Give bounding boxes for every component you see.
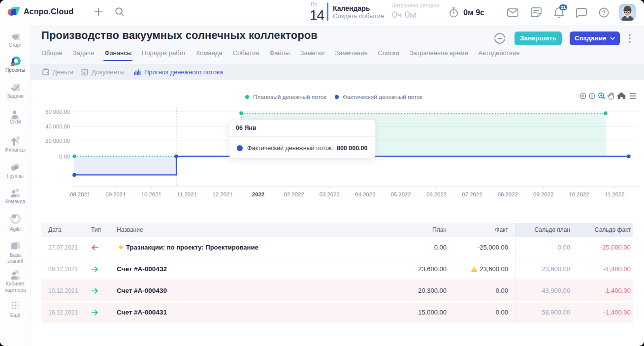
svg-text:07.2022: 07.2022 <box>462 191 482 197</box>
svg-text:03.2022: 03.2022 <box>320 191 340 197</box>
svg-text:11.2021: 11.2021 <box>177 191 197 197</box>
svg-text:0.00: 0.00 <box>59 154 70 159</box>
svg-text:10.2022: 10.2022 <box>569 191 589 197</box>
svg-text:20 000.00: 20 000.00 <box>45 138 70 144</box>
svg-text:02.2022: 02.2022 <box>284 191 304 197</box>
svg-text:08.2022: 08.2022 <box>498 191 518 197</box>
svg-text:11.2022: 11.2022 <box>605 191 624 197</box>
svg-text:04.2022: 04.2022 <box>355 191 375 197</box>
svg-text:10.2021: 10.2021 <box>141 191 161 197</box>
svg-text:09.2021: 09.2021 <box>105 191 126 197</box>
svg-text:?: ? <box>602 9 606 16</box>
svg-text:06.2022: 06.2022 <box>426 191 447 197</box>
svg-text:40 000.00: 40 000.00 <box>45 124 70 129</box>
svg-text:60 000.00: 60 000.00 <box>45 109 70 115</box>
svg-text:12.2021: 12.2021 <box>213 191 233 197</box>
svg-text:2022: 2022 <box>252 191 264 197</box>
svg-text:08.2021: 08.2021 <box>70 191 90 197</box>
svg-text:05.2022: 05.2022 <box>391 191 411 197</box>
svg-text:09.2022: 09.2022 <box>533 191 553 197</box>
